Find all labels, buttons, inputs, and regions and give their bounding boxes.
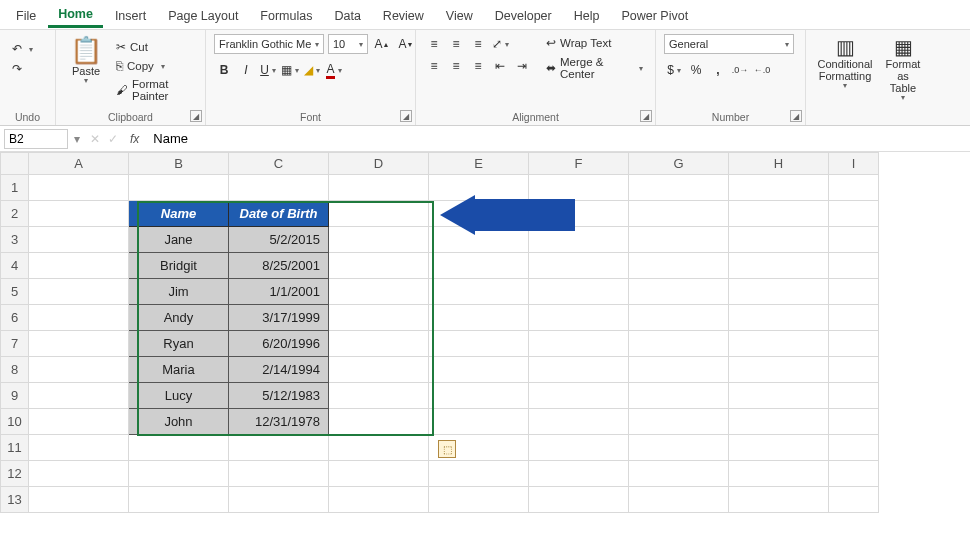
cell-c4[interactable]: 8/25/2001 xyxy=(229,253,329,279)
copy-button[interactable]: ⎘Copy xyxy=(112,58,197,74)
row-header-6[interactable]: 6 xyxy=(1,305,29,331)
alignment-dialog-launcher[interactable]: ◢ xyxy=(640,110,652,122)
percent-format-button[interactable]: % xyxy=(686,60,706,80)
align-center-button[interactable]: ≡ xyxy=(446,56,466,76)
fill-color-button[interactable]: ◢ xyxy=(302,60,322,80)
decrease-font-button[interactable]: A▼ xyxy=(396,34,416,54)
row-header-3[interactable]: 3 xyxy=(1,227,29,253)
wrap-text-button[interactable]: ↩Wrap Text xyxy=(542,34,647,52)
cell-b4[interactable]: Bridgit xyxy=(129,253,229,279)
increase-indent-button[interactable]: ⇥ xyxy=(512,56,532,76)
orientation-button[interactable]: ⤢ xyxy=(490,34,510,54)
merge-center-button[interactable]: ⬌Merge & Center xyxy=(542,54,647,82)
tab-pagelayout[interactable]: Page Layout xyxy=(158,3,248,27)
cell-b9[interactable]: Lucy xyxy=(129,383,229,409)
col-header-b[interactable]: B xyxy=(129,153,229,175)
col-header-g[interactable]: G xyxy=(629,153,729,175)
fx-icon[interactable]: fx xyxy=(130,132,139,146)
row-header-4[interactable]: 4 xyxy=(1,253,29,279)
namebox-dropdown[interactable]: ▾ xyxy=(68,132,86,146)
col-header-f[interactable]: F xyxy=(529,153,629,175)
cell-c3[interactable]: 5/2/2015 xyxy=(229,227,329,253)
col-header-h[interactable]: H xyxy=(729,153,829,175)
formula-bar: ▾ ✕ ✓ fx xyxy=(0,126,970,152)
border-button[interactable]: ▦ xyxy=(280,60,300,80)
format-painter-button[interactable]: 🖌Format Painter xyxy=(112,76,197,104)
name-box[interactable] xyxy=(4,129,68,149)
tab-help[interactable]: Help xyxy=(564,3,610,27)
row-header-7[interactable]: 7 xyxy=(1,331,29,357)
cell-b8[interactable]: Maria xyxy=(129,357,229,383)
font-color-button[interactable]: A xyxy=(324,60,344,80)
cancel-formula-button[interactable]: ✕ xyxy=(86,132,104,146)
select-all-corner[interactable] xyxy=(1,153,29,175)
row-header-8[interactable]: 8 xyxy=(1,357,29,383)
enter-formula-button[interactable]: ✓ xyxy=(104,132,122,146)
cell-b10[interactable]: John xyxy=(129,409,229,435)
col-header-e[interactable]: E xyxy=(429,153,529,175)
col-header-i[interactable]: I xyxy=(829,153,879,175)
format-as-table-button[interactable]: ▦ Format as Table ▾ xyxy=(878,34,928,105)
number-dialog-launcher[interactable]: ◢ xyxy=(790,110,802,122)
paste-button[interactable]: 📋 Paste ▾ xyxy=(64,34,108,87)
cell-c6[interactable]: 3/17/1999 xyxy=(229,305,329,331)
row-header-9[interactable]: 9 xyxy=(1,383,29,409)
col-header-a[interactable]: A xyxy=(29,153,129,175)
quick-analysis-button[interactable]: ⬚ xyxy=(438,440,456,458)
row-header-13[interactable]: 13 xyxy=(1,487,29,513)
tab-file[interactable]: File xyxy=(6,3,46,27)
undo-button[interactable]: ↶ xyxy=(8,40,37,58)
formula-input[interactable] xyxy=(147,129,970,148)
tab-review[interactable]: Review xyxy=(373,3,434,27)
col-header-d[interactable]: D xyxy=(329,153,429,175)
font-dialog-launcher[interactable]: ◢ xyxy=(400,110,412,122)
cell-b6[interactable]: Andy xyxy=(129,305,229,331)
tab-formulas[interactable]: Formulas xyxy=(250,3,322,27)
cell-b3[interactable]: Jane xyxy=(129,227,229,253)
cut-button[interactable]: ✂Cut xyxy=(112,38,197,56)
decrease-indent-button[interactable]: ⇤ xyxy=(490,56,510,76)
number-format-select[interactable]: General▾ xyxy=(664,34,794,54)
tab-home[interactable]: Home xyxy=(48,1,103,28)
tab-insert[interactable]: Insert xyxy=(105,3,156,27)
comma-format-button[interactable]: , xyxy=(708,60,728,80)
cell-c5[interactable]: 1/1/2001 xyxy=(229,279,329,305)
clipboard-dialog-launcher[interactable]: ◢ xyxy=(190,110,202,122)
paste-label: Paste xyxy=(72,65,100,77)
cell-c9[interactable]: 5/12/1983 xyxy=(229,383,329,409)
font-size-select[interactable]: 10▾ xyxy=(328,34,368,54)
redo-button[interactable]: ↷ xyxy=(8,60,26,78)
col-header-c[interactable]: C xyxy=(229,153,329,175)
italic-button[interactable]: I xyxy=(236,60,256,80)
decrease-decimal-button[interactable]: ←.0 xyxy=(752,60,772,80)
conditional-formatting-button[interactable]: ▥ Conditional Formatting ▾ xyxy=(814,34,876,93)
cell-c10[interactable]: 12/31/1978 xyxy=(229,409,329,435)
increase-font-button[interactable]: A▲ xyxy=(372,34,392,54)
row-header-12[interactable]: 12 xyxy=(1,461,29,487)
font-name-select[interactable]: Franklin Gothic Me▾ xyxy=(214,34,324,54)
bold-button[interactable]: B xyxy=(214,60,234,80)
cell-b2[interactable]: Name xyxy=(129,201,229,227)
tab-view[interactable]: View xyxy=(436,3,483,27)
tab-data[interactable]: Data xyxy=(324,3,370,27)
accounting-format-button[interactable]: $ xyxy=(664,60,684,80)
cell-c2[interactable]: Date of Birth xyxy=(229,201,329,227)
align-left-button[interactable]: ≡ xyxy=(424,56,444,76)
align-middle-button[interactable]: ≡ xyxy=(446,34,466,54)
align-bottom-button[interactable]: ≡ xyxy=(468,34,488,54)
row-header-11[interactable]: 11 xyxy=(1,435,29,461)
cell-b5[interactable]: Jim xyxy=(129,279,229,305)
cell-b7[interactable]: Ryan xyxy=(129,331,229,357)
row-header-5[interactable]: 5 xyxy=(1,279,29,305)
tab-developer[interactable]: Developer xyxy=(485,3,562,27)
align-right-button[interactable]: ≡ xyxy=(468,56,488,76)
align-top-button[interactable]: ≡ xyxy=(424,34,444,54)
tab-powerpivot[interactable]: Power Pivot xyxy=(611,3,698,27)
row-header-10[interactable]: 10 xyxy=(1,409,29,435)
cell-c7[interactable]: 6/20/1996 xyxy=(229,331,329,357)
row-header-1[interactable]: 1 xyxy=(1,175,29,201)
increase-decimal-button[interactable]: .0→ xyxy=(730,60,750,80)
row-header-2[interactable]: 2 xyxy=(1,201,29,227)
underline-button[interactable]: U xyxy=(258,60,278,80)
cell-c8[interactable]: 2/14/1994 xyxy=(229,357,329,383)
